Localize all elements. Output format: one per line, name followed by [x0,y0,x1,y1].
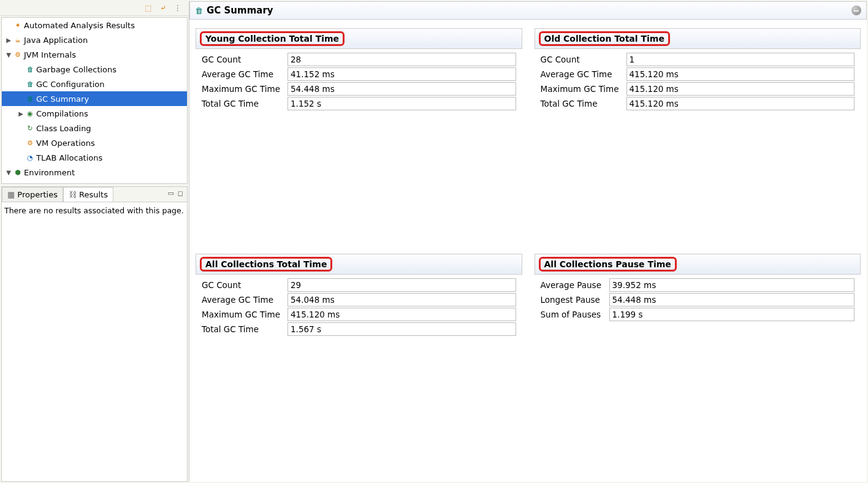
trash-icon: 🗑 [25,64,35,74]
tree-item-label: Class Loading [36,124,91,133]
row-value[interactable]: 415.120 ms [626,67,855,81]
section-all-pause: All Collections Pause Time Average Pause… [535,254,861,473]
section-old-header: Old Collection Total Time [535,28,861,49]
trash-cfg-icon: 🗑 [25,79,35,89]
tree-item-label: TLAB Allocations [36,153,102,162]
tree-item-label: VM Operations [36,139,95,148]
main-header: 🗑 GC Summary − [189,1,867,20]
section-all-total-title: All Collections Total Time [200,257,332,272]
data-row: GC Count29 [202,278,516,292]
section-all-total: All Collections Total Time GC Count29Ave… [196,254,522,473]
row-label: Total GC Time [202,324,287,334]
tab-properties[interactable]: ▦ Properties [2,187,63,202]
row-label: GC Count [202,280,287,290]
section-old-title: Old Collection Total Time [539,31,670,46]
outline-tree[interactable]: ✦Automated Analysis Results▶☕Java Applic… [1,17,188,184]
row-value[interactable]: 415.120 ms [287,308,516,321]
properties-icon: ▦ [7,190,15,199]
row-value[interactable]: 1 [626,53,855,66]
left-column: ⬚ ⤶ ⋮ ✦Automated Analysis Results▶☕Java … [0,0,189,483]
expander-icon[interactable]: ▼ [4,169,13,176]
tree-item-label: Environment [24,168,75,177]
tree-item-gc-summary[interactable]: 🗑GC Summary [2,91,187,106]
java-icon: ☕ [13,35,23,45]
jvm-icon: ⚙ [13,50,23,59]
tree-item-label: Compilations [36,109,88,118]
tree-item-automated-analysis-results[interactable]: ✦Automated Analysis Results [2,18,187,32]
expander-icon[interactable]: ▶ [4,37,13,44]
row-value[interactable]: 39.952 ms [609,278,855,292]
row-label: Longest Pause [541,295,609,305]
tree-item-label: Garbage Collections [36,65,116,74]
prop-window-controls: ▭ ◻ [164,187,187,202]
section-young-title: Young Collection Total Time [200,31,345,46]
minimize-icon[interactable]: ▭ [167,189,173,199]
tree-item-jvm-internals[interactable]: ▼⚙JVM Internals [2,47,187,62]
expander-icon[interactable]: ▶ [17,110,25,117]
maximize-icon[interactable]: ◻ [178,189,183,199]
row-value[interactable]: 415.120 ms [626,82,855,96]
tool-icon-1[interactable]: ⬚ [143,3,153,13]
row-value[interactable]: 54.448 ms [287,82,516,96]
row-label: Average GC Time [541,69,626,79]
data-row: GC Count28 [202,53,516,66]
row-value[interactable]: 41.152 ms [287,67,516,81]
data-row: Average GC Time54.048 ms [202,293,516,306]
row-value[interactable]: 54.448 ms [609,293,855,306]
collapse-icon[interactable]: − [851,6,861,15]
row-label: Maximum GC Time [541,84,626,94]
row-value[interactable]: 54.048 ms [287,293,516,306]
tlab-icon: ◔ [25,153,35,162]
data-row: Total GC Time1.152 s [202,97,516,110]
section-all-pause-title: All Collections Pause Time [539,257,677,272]
row-label: Total GC Time [202,99,287,108]
row-label: Sum of Pauses [541,310,609,319]
back-arrow-icon[interactable]: ⤶ [158,3,168,13]
load-icon: ↻ [25,123,35,133]
results-body: There are no results associated with thi… [2,202,187,481]
results-icon: ⛓ [69,190,77,199]
row-value[interactable]: 28 [287,53,516,66]
row-value[interactable]: 415.120 ms [626,97,855,110]
row-value[interactable]: 29 [287,278,516,292]
section-all-pause-body: Average Pause39.952 msLongest Pause54.44… [535,275,861,326]
tree-item-label: GC Summary [36,94,89,104]
properties-panel: ▦ Properties ⛓ Results ▭ ◻ There are no … [1,186,188,482]
tree-item-tlab-allocations[interactable]: ◔TLAB Allocations [2,150,187,165]
tree-item-garbage-collections[interactable]: 🗑Garbage Collections [2,62,187,77]
tree-item-compilations[interactable]: ▶◉Compilations [2,106,187,121]
menu-dots-icon[interactable]: ⋮ [173,3,183,13]
data-row: Average GC Time415.120 ms [541,67,855,81]
data-row: Maximum GC Time415.120 ms [541,82,855,96]
page-title: GC Summary [207,5,273,16]
row-label: Average GC Time [202,295,287,305]
row-value[interactable]: 1.567 s [287,322,516,336]
row-value[interactable]: 1.152 s [287,97,516,110]
tree-item-gc-configuration[interactable]: 🗑GC Configuration [2,77,187,91]
tree-toolbar: ⬚ ⤶ ⋮ [0,0,189,16]
app-root: ⬚ ⤶ ⋮ ✦Automated Analysis Results▶☕Java … [0,0,868,483]
data-row: GC Count1 [541,53,855,66]
data-row: Total GC Time1.567 s [202,322,516,336]
tree-item-java-application[interactable]: ▶☕Java Application [2,32,187,47]
row-label: Average Pause [541,280,609,290]
section-all-pause-header: All Collections Pause Time [535,254,861,275]
tab-results[interactable]: ⛓ Results [63,187,113,202]
tree-item-environment[interactable]: ▼⬢Environment [2,165,187,180]
section-young-body: GC Count28Average GC Time41.152 msMaximu… [196,49,522,115]
tab-results-label: Results [79,190,108,199]
section-all-total-header: All Collections Total Time [196,254,522,275]
env-icon: ⬢ [13,167,23,177]
tree-item-label: GC Configuration [36,80,104,89]
expander-icon[interactable]: ▼ [4,51,13,58]
section-young-header: Young Collection Total Time [196,28,522,49]
row-value[interactable]: 1.199 s [609,308,855,321]
tree-item-class-loading[interactable]: ↻Class Loading [2,121,187,135]
tree-item-vm-operations[interactable]: ⚙VM Operations [2,135,187,150]
row-label: GC Count [202,55,287,64]
prop-tabs: ▦ Properties ⛓ Results ▭ ◻ [2,187,187,202]
tab-properties-label: Properties [17,190,58,199]
data-row: Total GC Time415.120 ms [541,97,855,110]
tree-item-label: Automated Analysis Results [24,21,135,30]
tree-item-label: Java Application [24,36,88,45]
